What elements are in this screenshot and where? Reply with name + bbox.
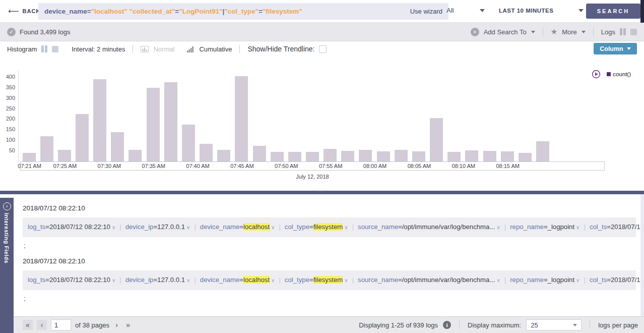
interesting-fields-panel-toggle[interactable]: › Interesting Fields [0,198,14,333]
add-search-to-menu[interactable]: Add Search To [484,28,527,36]
next-page-button[interactable]: › [113,320,120,330]
histogram-bar[interactable] [501,151,514,161]
play-circle-icon[interactable] [592,70,601,79]
histogram-bar[interactable] [182,125,195,161]
histogram-bar[interactable] [271,152,284,161]
chevron-down-icon[interactable]: ∨ [186,225,190,230]
histogram-bar[interactable] [359,150,372,161]
use-wizard-link[interactable]: Use wizard [410,8,442,15]
log-field[interactable]: col_ts=2018/07/12 08:22:10∨| [590,276,644,284]
log-field[interactable]: log_ts=2018/07/12 08:22:10∨| [28,223,125,231]
repo-selector[interactable]: All [442,7,489,14]
chevron-down-icon[interactable]: ∨ [186,278,190,283]
histogram-bar[interactable] [430,118,443,161]
search-button[interactable]: SEARCH [586,4,640,19]
scrollbar-track[interactable] [640,194,644,316]
histogram-bar[interactable] [324,149,337,161]
histogram-bar[interactable] [465,150,478,161]
histogram-bar[interactable] [23,153,36,161]
section-divider[interactable]: ···· [0,191,644,194]
normal-histogram-icon [141,46,149,52]
log-field[interactable]: source_name=/opt/immune/var/log/benchma.… [358,276,510,284]
histogram-bar[interactable] [288,152,301,161]
histogram-bar[interactable] [58,150,71,161]
histogram-bar[interactable] [306,152,319,161]
histogram-bar[interactable] [395,150,408,161]
last-page-button[interactable]: » [124,320,132,330]
x-axis-date-label: July 12, 2018 [20,174,605,180]
trendline-checkbox[interactable] [319,45,327,53]
histogram-bar[interactable] [341,151,354,161]
histogram-split-toggle-icon[interactable] [41,45,47,52]
log-field[interactable]: source_name=/opt/immune/var/log/benchma.… [358,223,510,231]
chevron-down-icon[interactable]: ∨ [496,278,500,283]
chevron-down-icon[interactable]: ∨ [344,225,348,230]
log-field[interactable]: repo_name=_logpoint∨| [510,276,590,284]
histogram-full-toggle-icon[interactable] [52,46,58,52]
log-field-value: 127.0.0.1 [157,223,185,231]
chevron-down-icon[interactable]: ∨ [271,225,275,230]
histogram-bar[interactable] [536,141,549,161]
chevron-down-icon[interactable]: ∨ [112,225,115,230]
found-logs-text: Found 3,499 logs [20,28,70,36]
log-field[interactable]: device_ip=127.0.0.1∨| [125,276,200,284]
chevron-down-icon[interactable]: ∨ [576,225,579,230]
histogram-bar[interactable] [147,88,160,161]
normal-mode-button[interactable]: Normal [153,45,174,53]
log-field-key: device_ip [125,223,154,231]
histogram-bar[interactable] [412,151,425,161]
chart-plot-area [20,71,605,161]
log-field-value: /opt/immune/var/log/benchma... [402,276,495,284]
log-field-value: 2018/07/12 08:22:10 [611,223,644,231]
chevron-down-icon[interactable]: ∨ [271,278,275,283]
log-field-value: 2018/07/12 08:22:10 [49,223,110,231]
page-number-input[interactable] [51,319,71,330]
chart-type-dropdown[interactable]: Column [594,43,637,54]
log-field-key: col_type [285,223,309,231]
histogram-bar[interactable] [93,79,106,161]
log-field[interactable]: device_name=localhost∨| [200,223,285,231]
first-page-button[interactable]: « [23,320,33,330]
histogram-bar[interactable] [76,114,89,161]
log-field[interactable]: col_type=filesystem∨| [285,223,358,231]
histogram-bar[interactable] [40,136,53,161]
histogram-bar[interactable] [217,150,230,161]
back-arrow-icon: ⟵ [8,7,19,15]
chevron-down-icon[interactable]: ∨ [344,278,348,283]
split-view-toggle-icon[interactable] [620,28,626,35]
log-field-value: 127.0.0.1 [157,276,185,284]
histogram-bar[interactable] [235,76,248,161]
cumulative-mode-button[interactable]: Cumulative [199,45,232,53]
histogram-bar[interactable] [200,144,213,161]
search-query-input[interactable]: device_name="localhost" "collected_at"="… [38,3,448,20]
histogram-bar[interactable] [253,146,266,161]
histogram-bar[interactable] [111,132,124,161]
display-maximum-select[interactable]: 25 [526,319,582,330]
full-view-toggle-icon[interactable] [630,29,637,35]
chevron-down-icon[interactable]: ∨ [112,278,115,283]
time-range-selector[interactable]: LAST 10 MINUTES [499,8,584,14]
log-field[interactable]: col_ts=2018/07/12 08:22:10∨| [590,223,644,231]
info-icon[interactable]: i [443,321,451,329]
previous-page-button[interactable]: ‹ [37,320,47,330]
found-logs-status: ✓ Found 3,499 logs [7,28,70,36]
histogram-bar[interactable] [519,153,532,161]
x-axis-tick-label: 07:50 AM [275,163,298,169]
back-button[interactable]: ⟵ BACK [8,7,40,15]
log-field[interactable]: col_type=filesystem∨| [285,276,358,284]
histogram-bar[interactable] [447,152,461,161]
chevron-down-icon[interactable]: ∨ [496,225,500,230]
divider [590,321,590,329]
log-field[interactable]: repo_name=_logpoint∨| [510,223,590,231]
chevron-down-icon[interactable]: ∨ [576,278,579,283]
log-field[interactable]: device_ip=127.0.0.1∨| [125,223,200,231]
divider [133,45,133,53]
x-axis-tick-label: 08:05 AM [408,163,431,169]
histogram-bar[interactable] [128,150,142,161]
log-field[interactable]: log_ts=2018/07/12 08:22:10∨| [28,276,125,284]
histogram-bar[interactable] [483,151,496,161]
histogram-bar[interactable] [164,82,177,161]
histogram-bar[interactable] [377,151,390,161]
more-menu[interactable]: More [562,28,577,36]
log-field[interactable]: device_name=localhost∨| [200,276,285,284]
